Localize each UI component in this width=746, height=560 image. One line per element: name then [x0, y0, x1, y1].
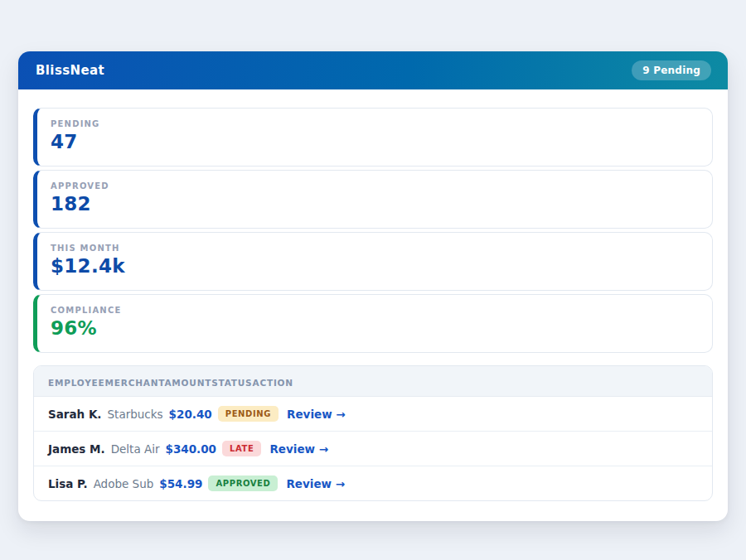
stat-card-compliance: COMPLIANCE 96% — [33, 294, 713, 353]
merchant-name: Starbucks — [108, 408, 163, 421]
stat-card-approved: APPROVED 182 — [33, 170, 713, 229]
merchant-name: Delta Air — [111, 442, 160, 456]
stat-value: $12.4k — [51, 255, 699, 277]
app-header: BlissNeat 9 Pending — [18, 51, 728, 89]
status-badge: PENDING — [218, 406, 279, 422]
stat-card-pending: PENDING 47 — [33, 108, 713, 167]
table-row: Sarah K. Starbucks $20.40 PENDING Review… — [34, 397, 712, 431]
employee-name: Lisa P. — [48, 477, 88, 490]
column-header-status: STATUS — [211, 378, 252, 388]
stat-value: 182 — [51, 193, 699, 215]
merchant-name: Adobe Sub — [94, 477, 154, 490]
expense-amount: $340.00 — [166, 442, 217, 456]
column-header-employee: EMPLOYEE — [48, 378, 105, 388]
dashboard-panel: BlissNeat 9 Pending PENDING 47 APPROVED … — [18, 51, 728, 521]
stat-value: 96% — [51, 317, 699, 339]
review-link[interactable]: Review → — [269, 442, 328, 456]
review-link[interactable]: Review → — [286, 477, 345, 490]
dashboard-content: PENDING 47 APPROVED 182 THIS MONTH $12.4… — [18, 89, 728, 521]
expense-table: EMPLOYEEMERCHANTAMOUNTSTATUSACTION Sarah… — [33, 365, 713, 501]
employee-name: James M. — [48, 442, 105, 456]
table-header-row: EMPLOYEEMERCHANTAMOUNTSTATUSACTION — [34, 366, 712, 397]
table-row: Lisa P. Adobe Sub $54.99 APPROVED Review… — [34, 466, 712, 500]
expense-amount: $54.99 — [159, 477, 202, 490]
status-badge: LATE — [222, 441, 261, 456]
column-header-amount: AMOUNT — [164, 378, 211, 388]
review-link[interactable]: Review → — [287, 408, 346, 421]
stat-label: APPROVED — [51, 181, 699, 191]
stat-label: COMPLIANCE — [51, 306, 699, 315]
column-header-action: ACTION — [252, 378, 293, 388]
pending-count-badge: 9 Pending — [632, 60, 711, 80]
app-title: BlissNeat — [36, 63, 104, 78]
table-row: James M. Delta Air $340.00 LATE Review → — [34, 431, 712, 466]
employee-name: Sarah K. — [48, 408, 102, 421]
status-badge: APPROVED — [208, 476, 278, 491]
stat-label: THIS MONTH — [51, 244, 699, 253]
stat-value: 47 — [51, 131, 699, 152]
stat-card-this-month: THIS MONTH $12.4k — [33, 232, 713, 291]
stat-label: PENDING — [51, 119, 699, 128]
column-header-merchant: MERCHANT — [105, 378, 165, 388]
expense-amount: $20.40 — [169, 408, 212, 421]
